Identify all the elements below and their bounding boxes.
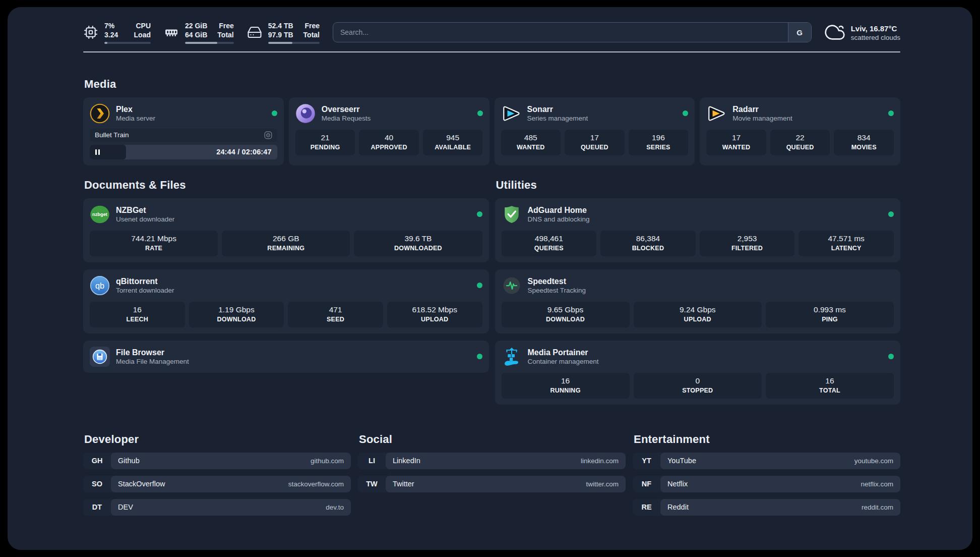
- stat-blocked: 86,384 BLOCKED: [600, 231, 696, 256]
- service-card-sonarr[interactable]: Sonarr Series management 485 WANTED 17 Q…: [495, 97, 695, 165]
- service-card-overseerr[interactable]: Overseerr Media Requests 21 PENDING 40 A…: [289, 97, 489, 165]
- bookmark-url: twitter.com: [586, 480, 619, 488]
- service-header-adguard[interactable]: AdGuard Home DNS and adblocking: [502, 204, 894, 225]
- service-card-nzbget[interactable]: nzbget NZBGet Usenet downloader 744.21 M…: [83, 198, 489, 262]
- cpu-usage-value: 7%: [104, 21, 118, 30]
- bookmark-url: linkedin.com: [581, 457, 619, 465]
- bookmark-group-entertainment: Entertainment YT YouTube youtube.com NF …: [633, 433, 900, 522]
- search-bar: G: [333, 22, 812, 42]
- bookmark-group-social: Social LI LinkedIn linkedin.com TW Twitt…: [358, 433, 626, 499]
- weather-condition: scattered clouds: [851, 34, 900, 41]
- service-card-adguard[interactable]: AdGuard Home DNS and adblocking 498,461 …: [495, 198, 901, 262]
- disk-progress-fill: [268, 42, 292, 44]
- disk-values: 52.4 TB 97.9 TB: [268, 21, 293, 40]
- search-input[interactable]: [333, 23, 788, 42]
- cpu-icon: [83, 25, 98, 40]
- bookmark-youtube[interactable]: YT YouTube youtube.com: [633, 453, 900, 469]
- bookmark-dev[interactable]: DT DEV dev.to: [83, 499, 351, 516]
- section-title-media: Media: [84, 78, 900, 91]
- bookmark-abbr: TW: [358, 476, 386, 492]
- top-bar: 7% 3.24 CPU Load: [83, 7, 900, 44]
- service-header-filebrowser[interactable]: File Browser Media File Management: [90, 347, 482, 367]
- stat-filtered: 2,953 FILTERED: [700, 231, 795, 256]
- service-title: AdGuard Home: [528, 206, 590, 215]
- bookmark-body: StackOverflow stackoverflow.com: [111, 476, 351, 492]
- service-card-speedtest[interactable]: Speedtest Speedtest Tracking 9.65 Gbps D…: [495, 269, 901, 333]
- bookmark-body: Netflix netflix.com: [660, 476, 900, 492]
- disk-progress-bar: [268, 42, 320, 44]
- memory-free-label: Free: [217, 21, 233, 30]
- stat-download: 9.65 Gbps DOWNLOAD: [502, 302, 630, 327]
- search-provider-button[interactable]: G: [788, 23, 811, 42]
- disk-labels: Free Total: [303, 21, 320, 40]
- stat-downloaded: 39.6 TB DOWNLOADED: [354, 231, 482, 256]
- section-title-documents: Documents & Files: [84, 179, 489, 192]
- service-title: Overseerr: [322, 105, 371, 114]
- service-card-qbittorrent[interactable]: qb qBittorrent Torrent downloader 16 LEE…: [83, 269, 489, 333]
- bookmark-name: LinkedIn: [393, 457, 420, 465]
- stat-download: 1.19 Gbps DOWNLOAD: [189, 302, 284, 327]
- filebrowser-icon: [90, 347, 110, 367]
- bookmark-github[interactable]: GH Github github.com: [83, 453, 351, 469]
- bookmark-reddit[interactable]: RE Reddit reddit.com: [633, 499, 900, 516]
- memory-total-label: Total: [217, 30, 233, 39]
- memory-widget: 22 GiB 64 GiB Free Total: [164, 21, 234, 44]
- status-dot: [477, 283, 482, 288]
- stat-pending: 21 PENDING: [295, 130, 355, 155]
- service-header-overseerr[interactable]: Overseerr Media Requests: [295, 103, 483, 124]
- stat-available: 945 AVAILABLE: [423, 130, 483, 155]
- cpu-load-label: Load: [134, 30, 151, 39]
- bookmark-abbr: NF: [633, 476, 660, 492]
- bookmark-name: YouTube: [667, 457, 696, 465]
- bookmark-body: Twitter twitter.com: [386, 476, 626, 492]
- disk-total-value: 97.9 TB: [268, 30, 293, 39]
- weather-widget: Lviv, 16.87°C scattered clouds: [825, 22, 900, 42]
- weather-location: Lviv, 16.87°C: [851, 24, 900, 34]
- service-card-plex[interactable]: Plex Media server Bullet Train: [83, 97, 284, 165]
- bookmark-name: Twitter: [393, 480, 414, 488]
- service-header-plex[interactable]: Plex Media server: [90, 103, 277, 124]
- stat-latency: 47.571 ms LATENCY: [799, 231, 894, 256]
- service-subtitle: Media server: [116, 115, 155, 122]
- stat-upload: 618.52 Mbps UPLOAD: [387, 302, 482, 327]
- disk-icon: [247, 25, 262, 40]
- bookmark-linkedin[interactable]: LI LinkedIn linkedin.com: [358, 453, 626, 469]
- service-card-radarr[interactable]: Radarr Movie management 17 WANTED 22 QUE…: [700, 97, 900, 165]
- service-header-qbittorrent[interactable]: qb qBittorrent Torrent downloader: [90, 275, 482, 296]
- stat-series: 196 SERIES: [629, 130, 689, 155]
- memory-labels: Free Total: [217, 21, 233, 40]
- bookmark-twitter[interactable]: TW Twitter twitter.com: [358, 476, 626, 492]
- status-dot: [888, 110, 894, 116]
- stat-ping: 0.993 ms PING: [766, 302, 894, 327]
- bookmark-abbr: GH: [83, 453, 111, 469]
- bookmark-stackoverflow[interactable]: SO StackOverflow stackoverflow.com: [83, 476, 351, 492]
- service-title: Media Portainer: [528, 348, 599, 357]
- bookmark-name: Reddit: [667, 503, 689, 511]
- bookmark-netflix[interactable]: NF Netflix netflix.com: [633, 476, 900, 492]
- service-header-nzbget[interactable]: nzbget NZBGet Usenet downloader: [90, 204, 482, 225]
- svg-text:qb: qb: [95, 281, 104, 290]
- stat-movies: 834 MOVIES: [834, 130, 894, 155]
- service-title: Sonarr: [527, 105, 588, 114]
- service-header-radarr[interactable]: Radarr Movie management: [706, 103, 894, 124]
- service-title: NZBGet: [116, 206, 174, 215]
- service-card-portainer[interactable]: Media Portainer Container management 16 …: [495, 341, 901, 405]
- service-header-portainer[interactable]: Media Portainer Container management: [502, 347, 894, 367]
- disk-free-value: 52.4 TB: [268, 21, 293, 30]
- service-header-sonarr[interactable]: Sonarr Series management: [501, 103, 689, 124]
- service-subtitle: Movie management: [732, 115, 792, 122]
- sonarr-icon: [501, 103, 521, 124]
- status-dot: [888, 211, 894, 217]
- service-subtitle: Media File Management: [116, 358, 189, 365]
- service-subtitle: Media Requests: [322, 115, 371, 122]
- status-dot: [683, 110, 688, 116]
- bookmark-url: dev.to: [326, 504, 344, 511]
- bookmark-body: Github github.com: [111, 453, 351, 469]
- service-card-filebrowser[interactable]: File Browser Media File Management: [83, 341, 489, 373]
- bookmark-body: LinkedIn linkedin.com: [386, 453, 626, 469]
- plex-progress-bar[interactable]: 24:44 / 02:06:47: [90, 145, 277, 159]
- service-header-speedtest[interactable]: Speedtest Speedtest Tracking: [502, 275, 894, 296]
- bookmark-body: YouTube youtube.com: [660, 453, 900, 469]
- adguard-icon: [502, 204, 522, 225]
- bookmark-url: youtube.com: [854, 457, 893, 465]
